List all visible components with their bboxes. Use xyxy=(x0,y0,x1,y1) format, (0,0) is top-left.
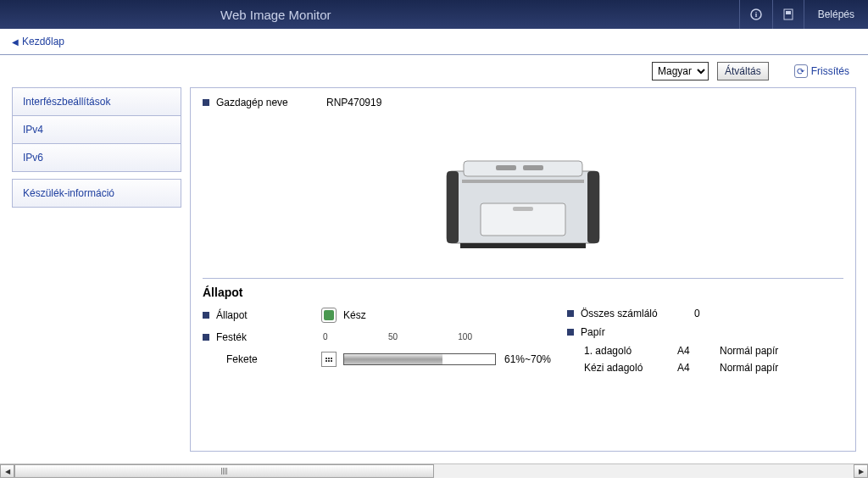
tray-name: 1. adagoló xyxy=(584,345,677,357)
status-section: Állapot Állapot Kész xyxy=(203,278,843,379)
refresh-icon: ⟳ xyxy=(794,64,808,78)
toner-black-row: Fekete 61%~70% xyxy=(203,352,567,367)
device-status-label: Állapot xyxy=(216,309,248,321)
svg-text:i: i xyxy=(754,10,757,19)
tray-row-1: 1. adagoló A4 Normál papír xyxy=(567,345,843,357)
bullet-icon xyxy=(567,329,574,336)
scroll-track[interactable] xyxy=(14,464,854,478)
scale-max: 100 xyxy=(458,332,472,341)
scale-min: 0 xyxy=(323,332,328,341)
svg-rect-12 xyxy=(513,207,533,211)
status-section-title: Állapot xyxy=(203,286,843,299)
hostname-label: Gazdagép neve xyxy=(216,97,326,108)
breadcrumb-home-link[interactable]: Kezdőlap xyxy=(22,36,64,47)
tray-size: A4 xyxy=(677,345,720,357)
toner-black-label: Fekete xyxy=(226,353,321,365)
bullet-icon xyxy=(203,99,209,106)
svg-rect-3 xyxy=(786,11,791,14)
tray-type: Normál papír xyxy=(720,362,778,374)
device-status-value: Kész xyxy=(343,309,366,321)
hostname-value: RNP470919 xyxy=(326,97,381,108)
tray-row-2: Kézi adagoló A4 Normál papír xyxy=(567,362,843,374)
scroll-left-button[interactable]: ◀ xyxy=(0,464,14,478)
device-icon[interactable] xyxy=(772,0,804,29)
printer-image xyxy=(203,114,843,273)
sidebar-item-ipv4[interactable]: IPv4 xyxy=(13,116,181,144)
header-bar: Web Image Monitor i Belépés xyxy=(0,0,868,29)
toner-icon xyxy=(321,352,337,367)
counter-label: Összes számláló xyxy=(581,308,658,319)
sidebar: Interfészbeállítások IPv4 IPv6 Készülék-… xyxy=(12,87,181,452)
tray-name: Kézi adagoló xyxy=(584,362,677,374)
status-left-column: Állapot Kész Festék 0 50 xyxy=(203,308,567,379)
app-title: Web Image Monitor xyxy=(220,8,331,22)
switch-button[interactable]: Átváltás xyxy=(717,62,769,80)
tray-type: Normál papír xyxy=(720,345,778,357)
bullet-icon xyxy=(203,312,209,319)
svg-rect-5 xyxy=(447,171,459,243)
toner-section-row: Festék 0 50 100 xyxy=(203,330,567,345)
breadcrumb-chevron-icon: ◀ xyxy=(12,37,19,47)
hostname-row: Gazdagép neve RNP470919 xyxy=(203,97,843,108)
device-status-row: Állapot Kész xyxy=(203,308,567,323)
bullet-icon xyxy=(203,334,209,341)
scroll-right-button[interactable]: ▶ xyxy=(854,464,868,478)
login-button[interactable]: Belépés xyxy=(804,0,868,29)
info-icon[interactable]: i xyxy=(739,0,772,29)
tray-size: A4 xyxy=(677,362,720,374)
counter-value: 0 xyxy=(694,308,700,319)
toner-percent-text: 61%~70% xyxy=(504,353,551,365)
language-select[interactable]: Magyar xyxy=(652,62,709,80)
bullet-icon xyxy=(567,310,574,317)
ready-status-icon xyxy=(321,308,337,323)
toner-scale: 0 50 100 xyxy=(321,332,474,341)
sidebar-item-interface[interactable]: Interfészbeállítások xyxy=(13,88,181,116)
svg-rect-6 xyxy=(587,171,599,243)
scroll-thumb[interactable] xyxy=(14,464,434,478)
sidebar-item-deviceinfo[interactable]: Készülék-információ xyxy=(13,180,181,207)
breadcrumb: ◀ Kezdőlap xyxy=(0,29,868,55)
header-right: i Belépés xyxy=(739,0,868,29)
paper-section-row: Papír xyxy=(567,326,843,338)
toner-progress-bar xyxy=(343,353,496,365)
horizontal-scrollbar[interactable]: ◀ ▶ xyxy=(0,463,868,478)
sidebar-group-network: Interfészbeállítások IPv4 IPv6 xyxy=(12,87,181,172)
refresh-button[interactable]: ⟳ Frissítés xyxy=(794,64,849,78)
sidebar-item-ipv6[interactable]: IPv6 xyxy=(13,144,181,171)
refresh-label: Frissítés xyxy=(811,65,849,77)
svg-rect-10 xyxy=(462,180,584,183)
toner-section-label: Festék xyxy=(216,331,247,343)
sidebar-group-device: Készülék-információ xyxy=(12,179,181,208)
svg-rect-8 xyxy=(496,165,516,170)
status-right-column: Összes számláló 0 Papír 1. adagoló A4 No xyxy=(567,308,843,379)
paper-section-label: Papír xyxy=(581,326,605,338)
counter-row: Összes számláló 0 xyxy=(567,308,843,319)
content-area: Interfészbeállítások IPv4 IPv6 Készülék-… xyxy=(0,87,868,463)
main-panel: Gazdagép neve RNP470919 Állapot xyxy=(190,87,856,452)
svg-rect-13 xyxy=(460,243,586,248)
svg-rect-9 xyxy=(523,165,543,170)
toolbar: Magyar Átváltás ⟳ Frissítés xyxy=(0,55,868,87)
scale-mid: 50 xyxy=(388,332,398,341)
status-grid: Állapot Kész Festék 0 50 xyxy=(203,308,843,379)
